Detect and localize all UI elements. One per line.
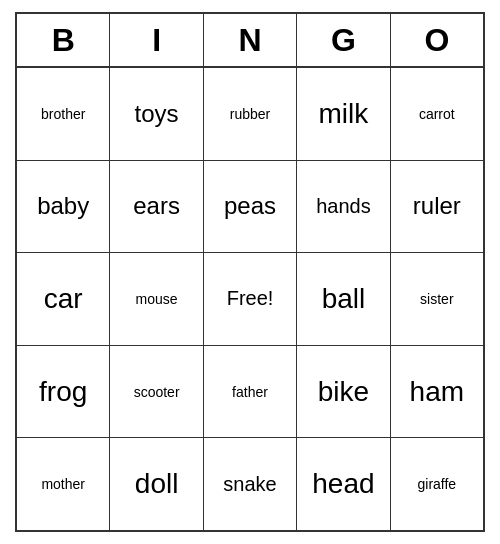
cell-text: giraffe [417,476,456,492]
cell-text: snake [223,473,276,496]
cell-text: sister [420,291,453,307]
cell-text: peas [224,192,276,220]
grid-row-4: motherdollsnakeheadgiraffe [17,438,483,530]
cell-text: hands [316,195,371,218]
bingo-header: BINGO [17,14,483,68]
cell-text: scooter [134,384,180,400]
grid-cell-1-1: ears [110,161,203,253]
cell-text: rubber [230,106,270,122]
grid-row-3: frogscooterfatherbikeham [17,346,483,439]
cell-text: toys [135,100,179,128]
grid-cell-4-1: doll [110,438,203,530]
header-letter-g: G [297,14,390,66]
cell-text: Free! [227,287,274,310]
cell-text: carrot [419,106,455,122]
grid-cell-2-3: ball [297,253,390,345]
bingo-grid: brothertoysrubbermilkcarrotbabyearspeash… [17,68,483,530]
cell-text: ball [322,283,366,315]
grid-cell-1-2: peas [204,161,297,253]
bingo-card: BINGO brothertoysrubbermilkcarrotbabyear… [15,12,485,532]
grid-cell-3-3: bike [297,346,390,438]
grid-cell-2-4: sister [391,253,483,345]
cell-text: ears [133,192,180,220]
grid-row-0: brothertoysrubbermilkcarrot [17,68,483,161]
cell-text: mother [41,476,85,492]
cell-text: ham [410,376,464,408]
cell-text: milk [319,98,369,130]
grid-cell-4-3: head [297,438,390,530]
grid-cell-3-1: scooter [110,346,203,438]
grid-cell-2-2: Free! [204,253,297,345]
grid-cell-2-1: mouse [110,253,203,345]
grid-cell-3-2: father [204,346,297,438]
grid-cell-4-4: giraffe [391,438,483,530]
grid-cell-1-4: ruler [391,161,483,253]
grid-cell-3-4: ham [391,346,483,438]
cell-text: bike [318,376,369,408]
cell-text: brother [41,106,85,122]
header-letter-n: N [204,14,297,66]
cell-text: doll [135,468,179,500]
grid-cell-1-3: hands [297,161,390,253]
grid-cell-2-0: car [17,253,110,345]
cell-text: car [44,283,83,315]
grid-cell-0-0: brother [17,68,110,160]
cell-text: frog [39,376,87,408]
grid-cell-4-2: snake [204,438,297,530]
header-letter-o: O [391,14,483,66]
grid-cell-0-4: carrot [391,68,483,160]
grid-cell-4-0: mother [17,438,110,530]
grid-cell-1-0: baby [17,161,110,253]
grid-row-1: babyearspeashandsruler [17,161,483,254]
grid-cell-3-0: frog [17,346,110,438]
cell-text: ruler [413,192,461,220]
header-letter-i: I [110,14,203,66]
grid-cell-0-3: milk [297,68,390,160]
cell-text: father [232,384,268,400]
grid-cell-0-2: rubber [204,68,297,160]
cell-text: head [312,468,374,500]
cell-text: baby [37,192,89,220]
grid-row-2: carmouseFree!ballsister [17,253,483,346]
header-letter-b: B [17,14,110,66]
cell-text: mouse [136,291,178,307]
grid-cell-0-1: toys [110,68,203,160]
